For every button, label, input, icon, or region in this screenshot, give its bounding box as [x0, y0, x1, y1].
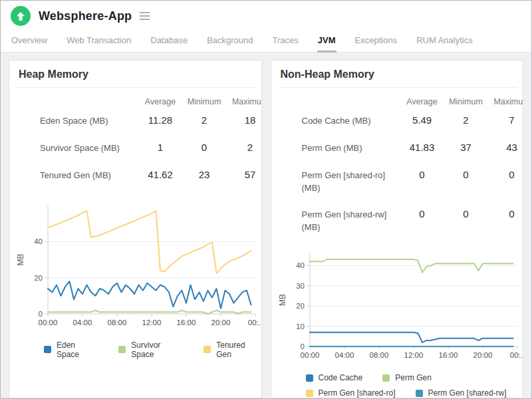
row-value-maximum: 7 — [488, 114, 524, 126]
row-value-average: 0 — [400, 208, 444, 219]
panel-title: Non-Heap Memory — [271, 61, 523, 87]
row-value-average: 0 — [400, 169, 444, 180]
table-row: Eden Space (MB) 11.28 2 18 — [9, 108, 262, 135]
non-heap-stats-table: Average Minimum Maximum Code Cache (MB) … — [271, 94, 524, 241]
hamburger-menu-icon[interactable] — [138, 9, 151, 23]
table-row: Perm Gen [shared-rw] (MB) 0 0 0 — [271, 201, 524, 241]
svg-text:16:00: 16:00 — [438, 351, 458, 359]
row-value-minimum: 0 — [182, 142, 226, 153]
svg-text:0: 0 — [300, 342, 304, 350]
panel-title: Heap Memory — [9, 61, 261, 87]
table-row: Tenured Gen (MB) 41.62 23 57 — [9, 162, 262, 190]
row-value-maximum: 18 — [226, 114, 262, 126]
row-value-minimum: 37 — [444, 142, 488, 153]
svg-text:04:00: 04:00 — [334, 351, 354, 359]
legend-swatch — [306, 390, 313, 397]
table-header-row: Average Minimum Maximum — [271, 94, 524, 108]
svg-text:12:00: 12:00 — [404, 351, 423, 359]
legend-swatch — [44, 346, 51, 353]
heap-memory-chart-svg: 0204000:0004:0008:0012:0016:0020:0000:..… — [15, 199, 261, 334]
tab-exceptions[interactable]: Exceptions — [354, 31, 398, 53]
table-row: Code Cache (MB) 5.49 2 7 — [271, 108, 524, 135]
non-heap-memory-panel: Non-Heap Memory Average Minimum Maximum … — [271, 60, 524, 398]
svg-text:00:00: 00:00 — [39, 319, 58, 327]
row-label: Perm Gen (MB) — [302, 142, 400, 155]
column-header-minimum: Minimum — [444, 97, 488, 106]
legend-item-tenured-gen[interactable]: Tenured Gen — [203, 340, 261, 359]
legend-swatch — [416, 390, 423, 397]
svg-text:20: 20 — [34, 273, 43, 281]
column-header-average: Average — [138, 97, 182, 106]
legend-item-perm-gen-shared-rw[interactable]: Perm Gen [shared-rw] — [416, 388, 507, 398]
legend-label: Tenured Gen — [216, 340, 261, 359]
legend-label: Perm Gen [shared-rw] — [428, 388, 507, 398]
svg-text:30: 30 — [296, 282, 305, 290]
tab-web-transaction[interactable]: Web Transaction — [66, 31, 132, 53]
row-value-minimum: 2 — [444, 114, 488, 126]
row-value-minimum: 0 — [444, 169, 488, 180]
row-value-maximum: 57 — [226, 169, 262, 180]
non-heap-memory-chart-svg: 01020304000:0004:0008:0012:0016:0020:000… — [277, 247, 523, 366]
row-label: Tenured Gen (MB) — [40, 170, 138, 182]
legend-label: Survivor Space — [131, 340, 184, 359]
legend-label: Perm Gen — [395, 373, 432, 382]
legend-item-perm-gen-shared-ro[interactable]: Perm Gen [shared-ro] — [306, 388, 396, 398]
legend-item-eden-space[interactable]: Eden Space — [44, 340, 98, 359]
tab-jvm[interactable]: JVM — [317, 31, 336, 53]
legend-item-perm-gen[interactable]: Perm Gen — [382, 373, 432, 382]
table-row: Survivor Space (MB) 1 0 2 — [9, 135, 262, 162]
non-heap-memory-chart: 01020304000:0004:0008:0012:0016:0020:000… — [277, 247, 523, 366]
svg-text:0: 0 — [39, 310, 43, 318]
svg-text:12:00: 12:00 — [142, 319, 162, 327]
legend-swatch — [118, 346, 126, 353]
heap-memory-panel: Heap Memory Average Minimum Maximum Eden… — [9, 60, 262, 398]
row-value-maximum: 0 — [488, 208, 524, 219]
svg-text:40: 40 — [296, 261, 305, 269]
column-header-average: Average — [400, 97, 444, 106]
row-label: Perm Gen [shared-ro] (MB) — [302, 170, 400, 195]
row-value-maximum: 43 — [488, 142, 524, 153]
svg-text:00:..: 00:.. — [509, 351, 522, 359]
row-value-minimum: 0 — [444, 208, 488, 219]
svg-text:20: 20 — [296, 302, 305, 310]
legend-label: Perm Gen [shared-ro] — [319, 388, 396, 398]
app-window: Websphere-App Overview Web Transaction D… — [0, 0, 532, 399]
column-header-maximum: Maximum — [226, 97, 262, 106]
divider — [15, 87, 255, 88]
legend-item-survivor-space[interactable]: Survivor Space — [118, 340, 184, 359]
row-value-minimum: 23 — [182, 169, 226, 180]
row-label: Code Cache (MB) — [302, 115, 400, 128]
non-heap-chart-legend: Code Cache Perm Gen Perm Gen [shared-ro] — [306, 373, 523, 398]
legend-swatch — [203, 346, 211, 353]
svg-text:08:00: 08:00 — [108, 319, 127, 327]
svg-text:00:..: 00:.. — [248, 319, 261, 327]
row-label: Eden Space (MB) — [40, 115, 138, 128]
content-area: Heap Memory Average Minimum Maximum Eden… — [1, 53, 531, 399]
tab-bar: Overview Web Transaction Database Backgr… — [1, 31, 531, 53]
tab-traces[interactable]: Traces — [272, 31, 299, 53]
divider — [277, 87, 517, 88]
legend-item-code-cache[interactable]: Code Cache — [306, 373, 363, 382]
column-header-maximum: Maximum — [488, 97, 524, 106]
svg-text:16:00: 16:00 — [177, 319, 196, 327]
legend-swatch — [382, 374, 390, 382]
row-value-average: 1 — [138, 142, 182, 153]
tab-database[interactable]: Database — [150, 31, 189, 53]
row-value-average: 41.83 — [400, 142, 444, 153]
row-label: Survivor Space (MB) — [40, 142, 138, 155]
table-row: Perm Gen (MB) 41.83 37 43 — [271, 135, 524, 162]
app-header: Websphere-App — [1, 1, 531, 31]
column-header-minimum: Minimum — [182, 97, 226, 106]
svg-text:04:00: 04:00 — [73, 319, 92, 327]
svg-text:MB: MB — [278, 294, 287, 306]
row-value-minimum: 2 — [182, 114, 226, 126]
svg-text:20:00: 20:00 — [211, 319, 231, 327]
tab-overview[interactable]: Overview — [11, 31, 48, 53]
svg-text:MB: MB — [16, 253, 25, 265]
table-header-row: Average Minimum Maximum — [9, 94, 262, 108]
tab-background[interactable]: Background — [206, 31, 253, 53]
svg-text:40: 40 — [34, 237, 43, 245]
status-up-icon — [11, 6, 31, 26]
svg-text:10: 10 — [296, 323, 305, 331]
tab-rum-analytics[interactable]: RUM Analytics — [416, 31, 473, 53]
